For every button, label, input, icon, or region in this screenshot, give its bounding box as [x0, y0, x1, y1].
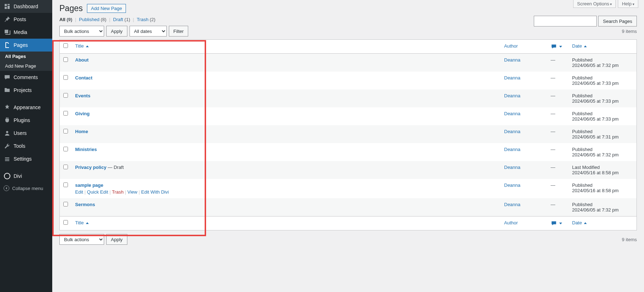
row-action-view[interactable]: View	[127, 189, 137, 195]
column-date-header[interactable]: Date	[569, 40, 636, 54]
search-pages-button[interactable]: Search Pages	[598, 16, 637, 26]
bulk-actions-select[interactable]: Bulk actions	[59, 26, 104, 36]
comments-cell: —	[547, 72, 569, 89]
media-icon	[4, 29, 11, 36]
row-checkbox[interactable]	[63, 75, 68, 80]
column-comments-header[interactable]	[547, 40, 569, 54]
filter-trash[interactable]: Trash (2)	[137, 17, 155, 22]
sidebar-label-tools: Tools	[14, 143, 25, 149]
page-title-link[interactable]: sample page	[75, 182, 103, 188]
sidebar-item-posts[interactable]: Posts	[0, 13, 52, 26]
author-link[interactable]: Deanna	[504, 129, 521, 134]
row-checkbox[interactable]	[63, 129, 68, 133]
page-title-link[interactable]: Giving	[75, 111, 89, 116]
add-new-page-button[interactable]: Add New Page	[87, 4, 126, 13]
filter-published[interactable]: Published (8)	[79, 17, 107, 22]
row-action-trash[interactable]: Trash	[112, 189, 124, 195]
row-actions: Edit | Quick Edit | Trash | View | Edit …	[75, 189, 497, 195]
sidebar-label-dashboard: Dashboard	[14, 4, 38, 9]
sidebar-item-appearance[interactable]: Appearance	[0, 101, 52, 114]
comments-cell: —	[547, 107, 569, 125]
author-link[interactable]: Deanna	[504, 165, 521, 170]
sidebar-subitem-add-new[interactable]: Add New Page	[0, 61, 52, 71]
apply-button-top[interactable]: Apply	[106, 26, 127, 36]
column-author-footer: Author	[501, 216, 547, 230]
sidebar-subitem-all-pages[interactable]: All Pages	[0, 52, 52, 61]
page-title-link[interactable]: About	[75, 57, 89, 63]
filter-draft[interactable]: Draft (1)	[113, 17, 130, 22]
row-checkbox[interactable]	[63, 93, 68, 98]
comments-cell: —	[547, 89, 569, 107]
apply-button-bottom[interactable]: Apply	[106, 234, 127, 245]
sidebar-label-pages: Pages	[14, 42, 28, 48]
row-action-edit[interactable]: Edit	[75, 189, 83, 195]
sidebar-item-tools[interactable]: Tools	[0, 140, 52, 152]
filter-button[interactable]: Filter	[169, 26, 189, 36]
date-cell: Published2024/06/05 at 7:32 pm	[569, 198, 636, 216]
author-link[interactable]: Deanna	[504, 147, 521, 152]
column-title-header[interactable]: Title	[72, 40, 501, 54]
items-count-top: 9 items	[622, 29, 637, 34]
sidebar-item-media[interactable]: Media	[0, 26, 52, 39]
sidebar-label-plugins: Plugins	[14, 117, 30, 123]
sidebar-item-settings[interactable]: Settings	[0, 152, 52, 165]
screen-options-tab[interactable]: Screen Options	[573, 0, 616, 8]
search-input[interactable]	[534, 16, 597, 26]
author-link[interactable]: Deanna	[504, 202, 521, 207]
filter-all[interactable]: All (9)	[59, 17, 72, 22]
column-author-header: Author	[501, 40, 547, 54]
select-all-top[interactable]	[63, 43, 68, 48]
bulk-actions-select-bottom[interactable]: Bulk actions	[59, 234, 104, 245]
row-action-edit-divi[interactable]: Edit With Divi	[141, 189, 169, 195]
appearance-icon	[4, 104, 11, 111]
comments-cell: —	[547, 179, 569, 198]
help-tab[interactable]: Help	[618, 0, 638, 8]
row-checkbox[interactable]	[63, 57, 68, 62]
comments-cell: —	[547, 161, 569, 179]
svg-point-0	[6, 131, 8, 133]
table-row: Privacy policy — DraftDeanna—Last Modifi…	[60, 161, 636, 179]
sidebar-item-projects[interactable]: Projects	[0, 84, 52, 97]
row-checkbox[interactable]	[63, 111, 68, 116]
comment-bubble-icon	[551, 43, 557, 50]
page-title-link[interactable]: Ministries	[75, 147, 97, 152]
sidebar-label-divi: Divi	[14, 173, 22, 179]
row-action-quick-edit[interactable]: Quick Edit	[87, 189, 108, 195]
pin-icon	[4, 16, 11, 23]
sidebar-item-pages[interactable]: Pages	[0, 39, 52, 52]
page-title-link[interactable]: Contact	[75, 75, 92, 81]
table-row: sample pageEdit | Quick Edit | Trash | V…	[60, 179, 636, 198]
column-comments-footer[interactable]	[547, 216, 569, 230]
row-checkbox[interactable]	[63, 165, 68, 169]
divi-icon	[4, 172, 11, 180]
sidebar-collapse-toggle[interactable]: Collapse menu	[0, 182, 52, 194]
sidebar-item-comments[interactable]: Comments	[0, 71, 52, 84]
collapse-icon	[4, 185, 9, 191]
date-cell: Published2024/06/05 at 7:33 pm	[569, 89, 636, 107]
column-date-footer[interactable]: Date	[569, 216, 636, 230]
table-row: SermonsDeanna—Published2024/06/05 at 7:3…	[60, 198, 636, 216]
select-all-bottom[interactable]	[63, 220, 68, 225]
page-title-link[interactable]: Home	[75, 129, 88, 134]
row-checkbox[interactable]	[63, 182, 68, 187]
sidebar-item-plugins[interactable]: Plugins	[0, 114, 52, 127]
page-title-link[interactable]: Privacy policy	[75, 165, 106, 170]
sidebar-item-divi[interactable]: Divi	[0, 170, 52, 182]
page-title: Pages	[59, 4, 83, 13]
author-link[interactable]: Deanna	[504, 182, 521, 188]
sidebar-label-projects: Projects	[14, 87, 32, 93]
plugins-icon	[4, 117, 11, 124]
author-link[interactable]: Deanna	[504, 93, 521, 98]
page-title-link[interactable]: Events	[75, 93, 91, 98]
author-link[interactable]: Deanna	[504, 57, 521, 63]
author-link[interactable]: Deanna	[504, 111, 521, 116]
sidebar-item-dashboard[interactable]: Dashboard	[0, 0, 52, 13]
column-title-footer[interactable]: Title	[72, 216, 501, 230]
row-checkbox[interactable]	[63, 202, 68, 206]
svg-point-1	[4, 173, 10, 179]
row-checkbox[interactable]	[63, 147, 68, 151]
date-filter-select[interactable]: All dates	[130, 26, 167, 36]
author-link[interactable]: Deanna	[504, 75, 521, 81]
sidebar-item-users[interactable]: Users	[0, 127, 52, 140]
page-title-link[interactable]: Sermons	[75, 202, 95, 207]
